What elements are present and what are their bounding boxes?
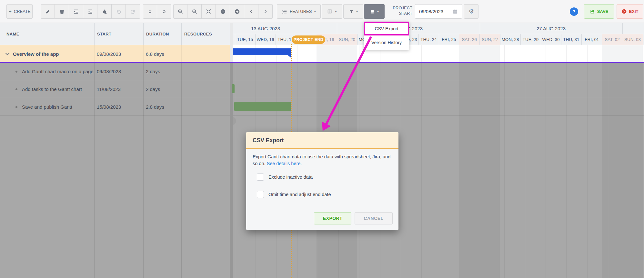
menu-item-csv-export[interactable]: CSV Export <box>364 22 409 35</box>
export-button[interactable]: EXPORT <box>314 212 351 224</box>
day-cell-weekend: SUN, 27 <box>480 34 500 45</box>
project-start-date-input[interactable]: 09/08/2023 <box>415 4 462 19</box>
clear-formatting-button[interactable] <box>97 4 112 19</box>
day-cell: THU, 31 <box>561 34 582 45</box>
week-label: 27 AUG 2023 <box>537 23 566 34</box>
dialog-title: CSV Export <box>246 132 398 149</box>
day-cell: TUE, 15 <box>235 34 256 45</box>
help-label: ? <box>573 9 576 14</box>
task-table-header: NAME START DURATION RESOURCES <box>0 23 230 45</box>
week-header-row: 13 AUG 2023 20 AUG 2023 27 AUG 2023 <box>233 23 644 34</box>
indent-icon <box>73 9 79 15</box>
filter-dropdown[interactable]: ▾ <box>343 4 363 19</box>
day-cell-weekend: SAT, 02 <box>602 34 623 45</box>
undo-icon <box>116 9 122 15</box>
gantt-timeline-header: 13 AUG 2023 20 AUG 2023 27 AUG 2023 MON,… <box>233 23 644 45</box>
collapse-all-button[interactable] <box>143 4 157 19</box>
table-row[interactable]: Save and publish Gantt 15/08/2023 2.8 da… <box>0 98 230 115</box>
chevron-down-icon: ▾ <box>377 9 379 14</box>
save-button[interactable]: SAVE <box>584 4 614 19</box>
exit-icon <box>621 9 627 14</box>
zoom-fit-button[interactable] <box>202 4 216 19</box>
database-icon <box>370 9 375 14</box>
undo-button[interactable] <box>112 4 126 19</box>
checkbox-row: Omit time and adjust end date <box>257 191 331 198</box>
day-cell: MON, 28 <box>500 34 521 45</box>
plus-icon: + <box>8 9 11 15</box>
time-button[interactable] <box>216 4 230 19</box>
save-icon <box>590 9 595 14</box>
double-chevron-up-icon <box>162 9 167 14</box>
day-cell-weekend: SUN, 03 <box>622 34 643 45</box>
day-cell-weekend: SUN, 20 <box>337 34 357 45</box>
column-header-duration[interactable]: DURATION <box>143 23 181 45</box>
cancel-button[interactable]: CANCEL <box>355 212 393 224</box>
edit-button[interactable] <box>41 4 55 19</box>
scroll-right-button[interactable] <box>258 4 273 19</box>
create-button[interactable]: + CREATE <box>6 4 33 19</box>
weekend-band <box>317 45 357 63</box>
task-duration: 2 days <box>146 86 160 92</box>
zoom-out-button[interactable] <box>187 4 202 19</box>
cell-divider <box>143 45 144 63</box>
features-dropdown[interactable]: FEATURES ▾ <box>277 4 321 19</box>
zoom-in-button[interactable] <box>173 4 187 19</box>
chevron-down-icon: ▾ <box>335 9 337 14</box>
help-button[interactable]: ? <box>570 7 578 16</box>
settings-button[interactable]: ⚙ <box>464 4 478 19</box>
day-cell: TUE, 29 <box>520 34 541 45</box>
day-cell: WED, 30 <box>541 34 561 45</box>
expand-all-button[interactable] <box>157 4 171 19</box>
scroll-left-button[interactable] <box>244 4 258 19</box>
jump-to-button[interactable] <box>230 4 244 19</box>
clock-icon <box>220 9 226 15</box>
column-header-start[interactable]: START <box>94 23 143 45</box>
indent-button[interactable] <box>69 4 83 19</box>
gear-icon: ⚙ <box>468 8 474 15</box>
table-row[interactable]: Add tasks to the Gantt chart 11/08/2023 … <box>0 81 230 98</box>
exit-button[interactable]: EXIT <box>617 4 643 19</box>
menu-item-version-history[interactable]: Version History <box>364 35 409 50</box>
expand-toolbar-group <box>143 4 171 19</box>
project-start-label: PROJECT START <box>386 5 412 16</box>
weekend-band <box>459 45 500 63</box>
columns-dropdown[interactable]: ▾ <box>322 4 342 19</box>
checkbox-label: Omit time and adjust end date <box>268 192 331 197</box>
task-bar[interactable] <box>234 102 291 111</box>
see-details-link[interactable]: See details here. <box>267 161 302 166</box>
bullet-icon <box>15 106 17 108</box>
summary-task-bar[interactable] <box>233 48 291 55</box>
chevron-right-icon <box>263 9 268 14</box>
checkbox-row: Exclude inactive data <box>257 174 313 181</box>
fit-screen-icon <box>206 9 211 14</box>
column-header-resources[interactable]: RESOURCES <box>181 23 230 45</box>
outdent-button[interactable] <box>83 4 97 19</box>
table-row-selected[interactable]: Overview of the app 09/08/2023 6.8 days <box>0 45 230 63</box>
checklist-icon <box>282 9 287 15</box>
table-row[interactable]: Add Gantt chart macro on a page 09/08/20… <box>0 63 230 80</box>
project-end-badge: PROJECT END <box>292 35 325 44</box>
exclude-inactive-checkbox[interactable] <box>257 174 264 181</box>
splitter-segment <box>230 45 233 63</box>
export-menu: CSV Export Version History <box>364 22 409 50</box>
cell-divider <box>94 45 95 63</box>
csv-export-dialog: CSV Export Export Gantt chart data to us… <box>246 132 398 230</box>
task-start: 09/08/2023 <box>97 69 121 74</box>
task-duration: 2.8 days <box>146 104 164 110</box>
task-duration: 2 days <box>146 69 160 74</box>
column-header-name[interactable]: NAME <box>0 23 94 45</box>
weekend-band <box>602 45 643 63</box>
omit-time-checkbox[interactable] <box>257 191 264 198</box>
dialog-description: Export Gantt chart data to use the data … <box>246 149 398 167</box>
redo-button[interactable] <box>126 4 140 19</box>
delete-button[interactable] <box>55 4 69 19</box>
task-start: 15/08/2023 <box>97 104 121 110</box>
task-bar-clipped[interactable] <box>232 84 235 93</box>
bullet-icon <box>15 71 17 73</box>
day-cell: FRI, 01 <box>582 34 602 45</box>
day-cell: FRI, 25 <box>439 34 459 45</box>
export-data-dropdown[interactable]: ▾ <box>364 4 385 19</box>
chevron-left-icon <box>249 9 254 14</box>
task-start: 09/08/2023 <box>97 51 121 57</box>
chevron-down-icon[interactable] <box>5 53 10 55</box>
